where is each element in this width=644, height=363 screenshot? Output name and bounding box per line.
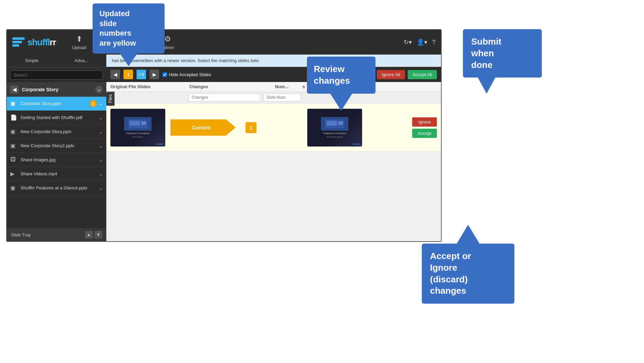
nav-upload-label: Upload [72, 45, 86, 50]
file-item[interactable]: ▣ New Corporate Story.pptx ⌄ [7, 125, 106, 139]
refresh-icon[interactable]: ↻▾ [404, 38, 412, 46]
slide-tray: Slide Tray ▲ ▼ [7, 228, 106, 241]
thumb-logo-2: ✦shufflrr [352, 143, 360, 145]
slide-badge-1: 1 [123, 70, 133, 79]
updated-thumb-subtitle: At A Quick Glance [326, 136, 343, 138]
file-item[interactable]: 🖼 Share Images.jpg ⌄ [7, 153, 106, 167]
tray-arrows: ▲ ▼ [85, 231, 102, 238]
file-name: Share Videos.mp4 [21, 171, 99, 177]
file-name: New Corporate Story.pptx [21, 129, 99, 135]
callout-accept-ignore: Accept or Ignore (discard) changes [422, 244, 514, 304]
file-item[interactable]: ▶ Share Videos.mp4 ⌄ [7, 167, 106, 181]
original-slide-thumb: Features & Functions At A Glance ✦shuffl… [110, 109, 165, 147]
file-chevron[interactable]: ⌄ [99, 143, 103, 149]
file-chevron[interactable]: ⌄ [99, 115, 103, 120]
file-chevron[interactable]: ⌄ [99, 185, 103, 191]
col-original-header: Original File Slides [110, 84, 186, 89]
file-name: New Corporate Story2.pptx [21, 143, 99, 149]
file-name: Shufflrr Features at a Glance.pptx [21, 185, 99, 191]
hide-accepted-text: Hide Accepted Slides [169, 72, 211, 77]
accept-all-button[interactable]: Accept All [408, 70, 437, 79]
pdf-icon: 📄 [10, 114, 17, 121]
hide-accepted-checkbox[interactable] [163, 72, 167, 77]
accept-button[interactable]: Accept [412, 129, 437, 138]
nav-upload[interactable]: ⬆ Upload [70, 35, 89, 50]
file-chevron[interactable]: ⌄ [99, 171, 103, 177]
ignore-all-button[interactable]: Ignore All [377, 70, 405, 79]
tab-simple[interactable]: Simple [7, 55, 57, 67]
next-slide-button[interactable]: ▶ [150, 70, 159, 79]
file-badge: 1 [90, 100, 97, 107]
ignore-button[interactable]: Ignore [412, 117, 437, 127]
file-item[interactable]: ▣ Corporate Story.pptx 1 ⌄ [7, 97, 106, 111]
callout-review-changes: Review changes [307, 57, 375, 94]
thumb-decoration-2 [321, 117, 348, 131]
change-arrow-area: Content [165, 119, 241, 136]
svg-rect-1 [12, 41, 22, 43]
filter-num-input[interactable] [263, 93, 301, 102]
folder-name: Corporate Story [22, 87, 95, 92]
table-row: Features & Functions At A Glance ✦shuffl… [106, 104, 441, 152]
filter-changes-input[interactable] [189, 93, 261, 102]
file-name: Corporate Story.pptx [21, 101, 90, 107]
folder-back-button[interactable]: ◀ [10, 85, 19, 94]
row-actions: Ignore Accept [412, 117, 437, 138]
notification-bar: has been overwritten with a newer versio… [106, 55, 441, 67]
sidebar-search-area [7, 68, 106, 83]
slide-tray-label: Slide Tray [11, 232, 85, 237]
file-item[interactable]: ▣ Shufflrr Features at a Glance.pptx ⌄ [7, 181, 106, 195]
top-nav: shufflrr ⬆ Upload 🔧 Builder 📊 Reports ⚙ … [7, 30, 441, 55]
pptx-icon: ▣ [10, 128, 17, 135]
thumb-svg [128, 119, 148, 129]
file-item[interactable]: ▣ New Corporate Story2.pptx ⌄ [7, 139, 106, 153]
file-item[interactable]: 📄 Getting Started with Shufflrr.pdf ⌄ [7, 111, 106, 125]
file-chevron[interactable]: ⌄ [99, 101, 103, 106]
filter-row [106, 92, 441, 104]
change-type-arrow: Content [170, 119, 236, 136]
change-num-badge: 1 [246, 122, 257, 133]
original-thumb-subtitle: At A Glance [132, 136, 143, 138]
svg-rect-0 [12, 37, 25, 40]
app-window: shufflrr ⬆ Upload 🔧 Builder 📊 Reports ⚙ … [6, 29, 442, 242]
svg-rect-2 [12, 44, 19, 47]
svg-rect-4 [130, 121, 140, 126]
hide-accepted-label: Hide Accepted Slides [163, 72, 211, 77]
user-icon[interactable]: 👤▾ [417, 38, 427, 46]
callout-updated-numbers: Updated slide numbers are yellow [93, 3, 165, 54]
table-header: Original File Slides Changes Num... s [106, 82, 441, 92]
updated-slide-thumb: Features & Functions At A Quick Glance ✦… [307, 109, 362, 147]
col-num-header: Num... [275, 84, 302, 89]
right-panel: has been overwritten with a newer versio… [106, 55, 441, 241]
updated-thumb-title: Features & Functions [323, 132, 346, 134]
file-chevron[interactable]: ⌄ [99, 129, 103, 134]
pptx-icon: ▣ [10, 100, 17, 107]
updated-slide-area: Features & Functions At A Quick Glance ✦… [261, 109, 408, 147]
prev-slide-button[interactable]: ◀ [110, 70, 120, 79]
files-side-tab[interactable]: Files [106, 92, 115, 106]
tray-up-button[interactable]: ▲ [85, 231, 93, 238]
callout-submit: Submit when done [463, 29, 542, 78]
logo-rr: rr [50, 37, 56, 47]
folder-expand[interactable]: ⌄ [95, 86, 103, 93]
svg-rect-8 [338, 121, 343, 125]
logo-shuffl: shuffl [27, 37, 50, 47]
col-changes-header: Changes [186, 84, 275, 89]
admin-icon: ⚙ [164, 35, 171, 44]
thumb-decoration [124, 117, 152, 131]
tray-down-button[interactable]: ▼ [95, 231, 102, 238]
svg-rect-7 [326, 121, 337, 126]
thumb-logo: ✦shufflrr [155, 143, 163, 145]
mp4-icon: ▶ [10, 171, 17, 177]
pptx-icon: ▣ [10, 185, 17, 191]
nav-right-actions: ↻▾ 👤▾ ? [404, 38, 436, 46]
file-name: Getting Started with Shufflrr.pdf [21, 115, 99, 121]
help-icon[interactable]: ? [432, 39, 436, 46]
review-content: Features & Functions At A Glance ✦shuffl… [106, 104, 441, 241]
review-toolbar: ◀ 1 ✓2 ▶ Hide Accepted Slides Submit Ign… [106, 67, 441, 82]
svg-rect-5 [141, 121, 146, 125]
logo-icon [12, 37, 25, 47]
file-chevron[interactable]: ⌄ [99, 157, 103, 163]
tab-advanced[interactable]: Adva... [57, 55, 106, 67]
search-input[interactable] [10, 70, 103, 80]
original-thumb-title: Features & Functions [127, 132, 150, 134]
